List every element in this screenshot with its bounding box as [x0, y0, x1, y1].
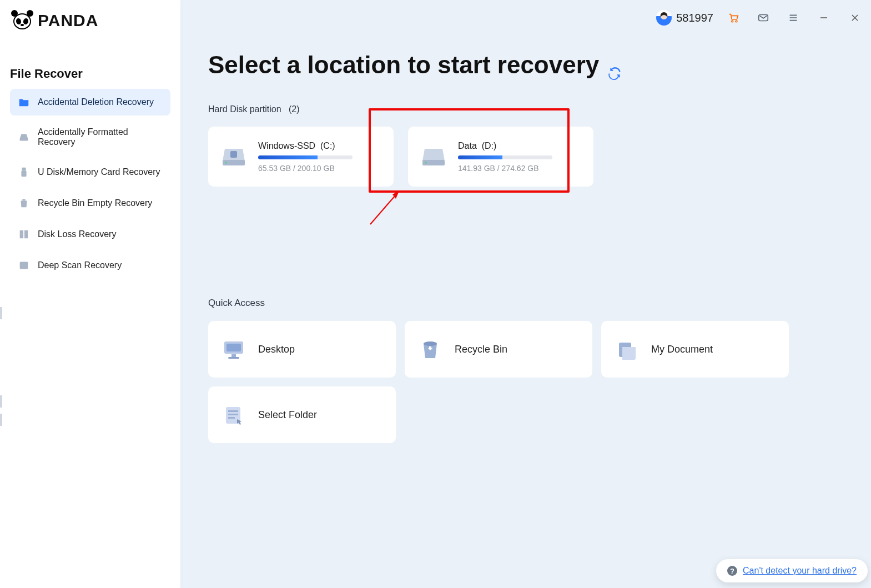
svg-rect-10	[230, 151, 237, 158]
svg-point-6	[732, 21, 733, 22]
edge-mark	[0, 307, 2, 319]
svg-rect-2	[21, 170, 26, 177]
hdd-section-label: Hard Disk partition	[208, 104, 281, 114]
sidebar-item-label: Accidental Deletion Recovery	[38, 97, 154, 107]
brand: PANDA	[0, 0, 180, 33]
svg-rect-25	[228, 417, 235, 419]
user-id: 581997	[676, 12, 713, 24]
quick-card-my-document[interactable]: My Document	[601, 321, 789, 378]
partitions-row: Windows-SSD (C:) 65.53 GB / 200.10 GB Da…	[208, 127, 849, 187]
quick-card-label: Select Folder	[258, 409, 317, 421]
folder-icon	[18, 96, 30, 108]
close-icon	[851, 14, 859, 22]
cart-icon	[727, 12, 739, 24]
hdd-section-count: (2)	[289, 104, 300, 114]
partition-name: Windows-SSD (C:)	[258, 141, 381, 151]
sidebar-item-label: Recycle Bin Empty Recovery	[38, 198, 152, 208]
panda-logo-icon	[12, 12, 32, 29]
main-content: Select a location to start recovery Hard…	[208, 51, 849, 443]
sidebar-item-accidental-deletion[interactable]: Accidental Deletion Recovery	[10, 89, 170, 115]
document-folder-icon	[615, 337, 639, 361]
brand-name: PANDA	[38, 11, 98, 30]
sidebar-item-label: Accidentally Formatted Recovery	[38, 127, 163, 147]
help-link[interactable]: Can't detect your hard drive?	[743, 566, 857, 576]
inbox-button[interactable]	[753, 8, 773, 28]
sidebar: PANDA File Recover Accidental Deletion R…	[0, 0, 180, 588]
mail-icon	[757, 12, 769, 24]
sidebar-item-usb[interactable]: U Disk/Memory Card Recovery	[10, 159, 170, 185]
partition-info: Data (D:) 141.93 GB / 274.62 GB	[458, 141, 581, 173]
sidebar-section-title: File Recover	[0, 33, 180, 89]
refresh-icon	[608, 66, 622, 80]
hdd-icon	[220, 143, 247, 170]
svg-point-0	[26, 139, 27, 140]
sidebar-nav: Accidental Deletion Recovery Accidentall…	[0, 89, 180, 279]
partition-card-d[interactable]: Data (D:) 141.93 GB / 274.62 GB	[408, 127, 593, 187]
quick-card-select-folder[interactable]: Select Folder	[208, 386, 396, 443]
hamburger-icon	[787, 12, 799, 24]
svg-point-11	[225, 162, 226, 163]
partition-size: 141.93 GB / 274.62 GB	[458, 164, 581, 173]
partition-usage-bar	[258, 155, 353, 159]
annotation-arrow-icon	[367, 184, 411, 228]
minimize-icon	[820, 14, 828, 22]
avatar-icon	[656, 10, 672, 26]
svg-marker-15	[392, 191, 399, 199]
quick-card-recycle-bin[interactable]: Recycle Bin	[405, 321, 592, 378]
edge-mark	[0, 395, 2, 408]
svg-point-5	[22, 264, 26, 267]
window-minimize-button[interactable]	[813, 9, 834, 26]
topbar: 581997	[656, 8, 865, 28]
monitor-icon	[221, 337, 246, 361]
recycle-bin-icon	[418, 337, 442, 361]
drive-icon	[18, 131, 30, 143]
svg-point-20	[424, 341, 437, 346]
sidebar-item-recycle-bin[interactable]: Recycle Bin Empty Recovery	[10, 190, 170, 217]
hdd-icon	[420, 143, 447, 170]
sidebar-item-deep-scan[interactable]: Deep Scan Recovery	[10, 252, 170, 279]
partition-usage-bar	[458, 155, 552, 159]
svg-point-13	[425, 162, 426, 163]
trash-icon	[18, 197, 30, 209]
quick-access-title: Quick Access	[208, 298, 849, 309]
partition-name: Data (D:)	[458, 141, 581, 151]
svg-point-7	[736, 21, 737, 22]
svg-rect-18	[231, 354, 236, 357]
book-icon	[18, 228, 30, 240]
svg-rect-23	[228, 410, 238, 412]
svg-rect-19	[228, 357, 239, 359]
page-title-row: Select a location to start recovery	[208, 51, 849, 79]
svg-rect-17	[226, 344, 241, 351]
svg-rect-24	[228, 414, 238, 415]
quick-card-label: Desktop	[258, 344, 295, 355]
partition-usage-fill	[258, 155, 318, 159]
select-folder-icon	[221, 403, 246, 427]
usb-icon	[18, 166, 30, 178]
edge-mark	[0, 414, 2, 426]
svg-rect-1	[22, 168, 26, 171]
sidebar-item-label: Deep Scan Recovery	[38, 260, 122, 270]
svg-line-14	[370, 191, 399, 224]
quick-card-label: My Document	[651, 344, 713, 355]
partition-usage-fill	[458, 155, 502, 159]
help-pill[interactable]: ? Can't detect your hard drive?	[716, 559, 868, 582]
quick-card-label: Recycle Bin	[455, 344, 507, 355]
partition-size: 65.53 GB / 200.10 GB	[258, 164, 381, 173]
quick-access-grid: Desktop Recycle Bin My Document Select F…	[208, 321, 849, 443]
page-title: Select a location to start recovery	[208, 51, 599, 79]
svg-rect-3	[22, 199, 26, 201]
sidebar-item-label: U Disk/Memory Card Recovery	[38, 167, 160, 177]
menu-button[interactable]	[783, 8, 803, 28]
user-account[interactable]: 581997	[656, 10, 713, 26]
help-icon: ?	[727, 566, 737, 576]
quick-card-desktop[interactable]: Desktop	[208, 321, 396, 378]
sidebar-item-formatted[interactable]: Accidentally Formatted Recovery	[10, 120, 170, 154]
sidebar-item-disk-loss[interactable]: Disk Loss Recovery	[10, 221, 170, 248]
sidebar-item-label: Disk Loss Recovery	[38, 229, 116, 239]
window-close-button[interactable]	[844, 9, 865, 26]
cart-button[interactable]	[723, 8, 743, 28]
refresh-button[interactable]	[608, 58, 622, 72]
partition-card-c[interactable]: Windows-SSD (C:) 65.53 GB / 200.10 GB	[208, 127, 394, 187]
hdd-section-header: Hard Disk partition (2)	[208, 104, 849, 114]
partition-info: Windows-SSD (C:) 65.53 GB / 200.10 GB	[258, 141, 381, 173]
